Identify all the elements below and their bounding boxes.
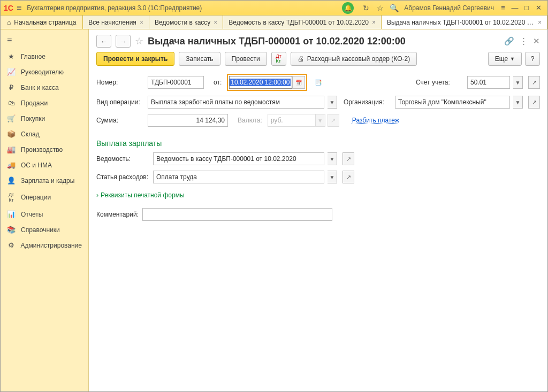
print-ko2-button[interactable]: 🖨Расходный кассовый ордер (КО-2) <box>291 52 417 66</box>
rekvizity-expand[interactable]: › Реквизиты печатной формы <box>96 191 185 199</box>
printer-icon: 🖨 <box>298 55 304 63</box>
sidebar-item-sprav[interactable]: 📚Справочники <box>1 222 88 237</box>
close-icon[interactable]: ✕ <box>532 4 544 12</box>
user-name[interactable]: Абрамов Геннадий Сергеевич <box>404 4 494 12</box>
forward-button[interactable]: → <box>116 35 131 48</box>
label-valuta: Валюта: <box>238 117 262 124</box>
date-input[interactable]: 10.02.2020 12:00:00 <box>229 76 292 89</box>
tab-vydacha-doc[interactable]: Выдача наличных ТДБП-000001 от 10.02.202… <box>382 16 547 29</box>
sidebar-item-os[interactable]: 🚚ОС и НМА <box>1 157 88 173</box>
tab-label: Выдача наличных ТДБП-000001 от 10.02.202… <box>387 19 535 26</box>
sidebar-item-pok[interactable]: 🛒Покупки <box>1 111 88 126</box>
tab-vedomost-doc[interactable]: Ведомость в кассу ТДБП-000001 от 10.02.2… <box>223 16 382 29</box>
toolbar: Провести и закрыть Записать Провести ДтК… <box>89 52 547 72</box>
tab-home-label: Начальная страница <box>14 19 76 26</box>
summa-value: 14 124,30 <box>196 117 225 124</box>
back-button[interactable]: ← <box>96 35 111 48</box>
maximize-icon[interactable]: □ <box>521 4 532 12</box>
menu-icon[interactable]: ≡ <box>17 3 21 13</box>
sidebar-item-main[interactable]: ★Главное <box>1 49 88 64</box>
sidebar: ≡ ★Главное 📈Руководителю ₽Банк и касса 🛍… <box>1 29 89 391</box>
vid-dropdown[interactable]: ▼ <box>328 96 337 109</box>
razbit-link[interactable]: Разбить платеж <box>352 117 399 124</box>
sidebar-item-sklad[interactable]: 📦Склад <box>1 126 88 142</box>
calendar-icon[interactable]: 📅 <box>292 76 305 89</box>
tabs-row: ⌂ Начальная страница Все начисления × Ве… <box>1 16 547 29</box>
tab-close-icon[interactable]: × <box>372 19 376 26</box>
sidebar-item-admin[interactable]: ⚙Администрирование <box>1 237 88 253</box>
statya-open-icon[interactable]: ↗ <box>342 171 354 183</box>
provesti-zakryt-button[interactable]: Провести и закрыть <box>96 52 174 66</box>
sidebar-item-label: Главное <box>21 53 45 60</box>
tab-close-icon[interactable]: × <box>214 19 217 26</box>
sidebar-item-otch[interactable]: 📊Отчеты <box>1 206 88 222</box>
cart-icon: 🛒 <box>7 114 16 122</box>
schet-dropdown[interactable]: ▼ <box>513 76 523 89</box>
tab-home[interactable]: ⌂ Начальная страница <box>1 16 83 29</box>
dtkt-button[interactable]: ДтКт <box>271 52 286 66</box>
mode-icon[interactable]: 📑 <box>313 76 324 89</box>
label-summa: Сумма: <box>96 117 144 124</box>
schet-input[interactable]: 50.01 <box>467 76 510 89</box>
sidebar-item-proizv[interactable]: 🏭Производство <box>1 142 88 157</box>
person-icon: 👤 <box>7 176 16 185</box>
history-icon[interactable]: ↻ <box>361 4 371 12</box>
doc-header: ← → ☆ Выдача наличных ТДБП-000001 от 10.… <box>89 29 547 52</box>
sidebar-item-label: Банк и касса <box>21 84 59 91</box>
label-nomer: Номер: <box>96 79 144 86</box>
sidebar-collapse-icon[interactable]: ≡ <box>1 33 88 49</box>
favorite-star-icon[interactable]: ☆ <box>135 35 143 47</box>
statya-input[interactable]: Оплата труда <box>153 171 324 183</box>
sidebar-item-zarp[interactable]: 👤Зарплата и кадры <box>1 173 88 188</box>
statya-dropdown[interactable]: ▼ <box>328 171 337 183</box>
org-open-icon[interactable]: ↗ <box>528 96 540 109</box>
label-schet: Счет учета: <box>416 79 464 86</box>
sidebar-item-label: Зарплата и кадры <box>21 177 74 185</box>
tab-label: Ведомости в кассу <box>155 19 210 26</box>
search-icon[interactable]: 🔍 <box>389 4 399 12</box>
schet-open-icon[interactable]: ↗ <box>528 76 540 89</box>
sidebar-item-label: Склад <box>21 130 40 138</box>
bag-icon: 🛍 <box>7 99 16 107</box>
close-doc-icon[interactable]: ✕ <box>533 36 540 46</box>
provesti-button[interactable]: Провести <box>225 52 267 66</box>
book-icon: 📚 <box>7 226 16 234</box>
org-input[interactable]: Торговый дом "Комплексный" <box>395 96 510 109</box>
gear-icon: ⚙ <box>7 241 16 249</box>
sidebar-item-ruk[interactable]: 📈Руководителю <box>1 64 88 80</box>
date-group: 10.02.2020 12:00:00 📅 <box>227 74 307 91</box>
chevron-down-icon: ▼ <box>510 56 515 62</box>
label-vedom: Ведомость: <box>96 155 150 163</box>
comment-input[interactable] <box>142 208 332 221</box>
rekvizity-label: Реквизиты печатной формы <box>101 191 185 199</box>
tab-close-icon[interactable]: × <box>140 19 143 26</box>
star-icon[interactable]: ☆ <box>375 4 385 12</box>
sidebar-item-prod[interactable]: 🛍Продажи <box>1 95 88 111</box>
vid-input[interactable]: Выплата заработной платы по ведомостям <box>148 96 324 109</box>
button-label: Еще <box>495 55 508 63</box>
report-icon: 📊 <box>7 210 16 218</box>
kebab-icon[interactable]: ⋮ <box>520 36 528 46</box>
sidebar-item-oper[interactable]: ДтКтОперации <box>1 188 88 206</box>
tab-vedomosti[interactable]: Ведомости в кассу × <box>149 16 223 29</box>
vedom-dropdown[interactable]: ▼ <box>328 152 337 165</box>
tab-close-icon[interactable]: × <box>538 19 542 26</box>
dtkt-icon: ДтКт <box>276 54 281 64</box>
minimize-icon[interactable]: — <box>509 4 521 12</box>
zapisat-button[interactable]: Записать <box>179 52 220 66</box>
link-icon[interactable]: 🔗 <box>504 36 514 46</box>
sidebar-toggle-icon[interactable]: ≡ <box>497 4 509 12</box>
vedom-input[interactable]: Ведомость в кассу ТДБП-000001 от 10.02.2… <box>153 152 324 165</box>
vid-value: Выплата заработной платы по ведомостям <box>151 98 280 106</box>
nomer-input[interactable]: ТДБП-000001 <box>148 76 204 89</box>
org-dropdown[interactable]: ▼ <box>513 96 523 109</box>
tab-all-accruals[interactable]: Все начисления × <box>83 16 149 29</box>
summa-input[interactable]: 14 124,30 <box>148 114 228 127</box>
app-logo: 1C <box>4 4 13 12</box>
vedom-open-icon[interactable]: ↗ <box>342 152 354 165</box>
bell-icon[interactable]: 🔔 <box>342 2 354 14</box>
help-button[interactable]: ? <box>525 52 540 66</box>
nomer-value: ТДБП-000001 <box>151 79 192 86</box>
more-button[interactable]: Еще▼ <box>488 52 522 66</box>
sidebar-item-bank[interactable]: ₽Банк и касса <box>1 80 88 95</box>
